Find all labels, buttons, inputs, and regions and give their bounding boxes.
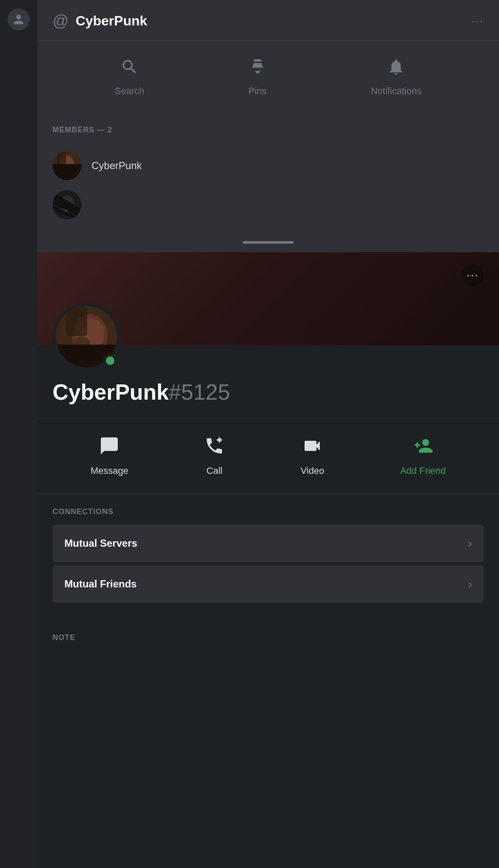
profile-avatar-container (53, 303, 120, 371)
chevron-right-icon: › (468, 577, 472, 591)
pins-icon (248, 58, 267, 81)
connections-header: CONNECTIONS (53, 507, 484, 516)
profile-discriminator: #5125 (169, 379, 230, 405)
channel-header: @ CyberPunk ··· (37, 0, 499, 41)
svg-rect-16 (66, 306, 87, 336)
online-status-indicator (103, 354, 117, 367)
call-icon (204, 436, 225, 460)
mutual-servers-item[interactable]: Mutual Servers › (53, 525, 484, 562)
message-label: Message (91, 465, 128, 476)
search-action[interactable]: Search (115, 58, 144, 97)
add-friend-button[interactable]: Add Friend (400, 436, 446, 476)
pins-label: Pins (249, 86, 267, 97)
note-header: NOTE (53, 633, 484, 642)
video-label: Video (301, 465, 324, 476)
chevron-right-icon: › (468, 537, 472, 550)
profile-username: CyberPunk (53, 379, 169, 405)
notifications-action[interactable]: Notifications (371, 58, 421, 97)
add-friend-icon (413, 436, 433, 460)
message-button[interactable]: Message (91, 436, 128, 476)
avatar (53, 190, 81, 219)
profile-panel: ··· CyberPunk#5125 (37, 252, 499, 662)
video-button[interactable]: Video (301, 436, 324, 476)
message-icon (99, 436, 119, 460)
mutual-friends-label: Mutual Friends (64, 578, 137, 590)
top-panel: @ CyberPunk ··· Search (37, 0, 499, 252)
search-icon (120, 58, 139, 81)
more-options-button[interactable]: ··· (471, 14, 484, 28)
members-header: MEMBERS — 2 (53, 125, 484, 134)
svg-rect-3 (57, 151, 66, 164)
avatar (53, 151, 81, 180)
quick-actions-bar: Search Pins Notifications (37, 41, 499, 114)
at-icon: @ (53, 12, 69, 30)
member-item[interactable]: CyberPunk (53, 146, 484, 185)
notifications-icon (387, 58, 405, 81)
svg-rect-5 (53, 164, 81, 180)
member-item[interactable] (53, 185, 484, 224)
drag-indicator (37, 233, 499, 252)
members-section: MEMBERS — 2 CyberPunk (37, 114, 499, 233)
connections-section: CONNECTIONS Mutual Servers › Mutual Frie… (37, 494, 499, 620)
sidebar-user-avatar[interactable] (8, 8, 30, 31)
action-buttons-bar: Message Call Video (37, 418, 499, 494)
mutual-servers-label: Mutual Servers (64, 537, 137, 549)
video-icon (302, 436, 322, 460)
profile-banner: ··· (37, 252, 499, 345)
more-options-button[interactable]: ··· (462, 264, 484, 286)
call-button[interactable]: Call (204, 436, 225, 476)
mutual-friends-item[interactable]: Mutual Friends › (53, 565, 484, 603)
add-friend-label: Add Friend (400, 465, 446, 476)
call-label: Call (206, 465, 222, 476)
notifications-label: Notifications (371, 86, 421, 97)
pins-action[interactable]: Pins (248, 58, 267, 97)
member-name: CyberPunk (91, 160, 142, 172)
channel-name: CyberPunk (76, 13, 147, 29)
note-section: NOTE (37, 620, 499, 662)
search-label: Search (115, 86, 144, 97)
